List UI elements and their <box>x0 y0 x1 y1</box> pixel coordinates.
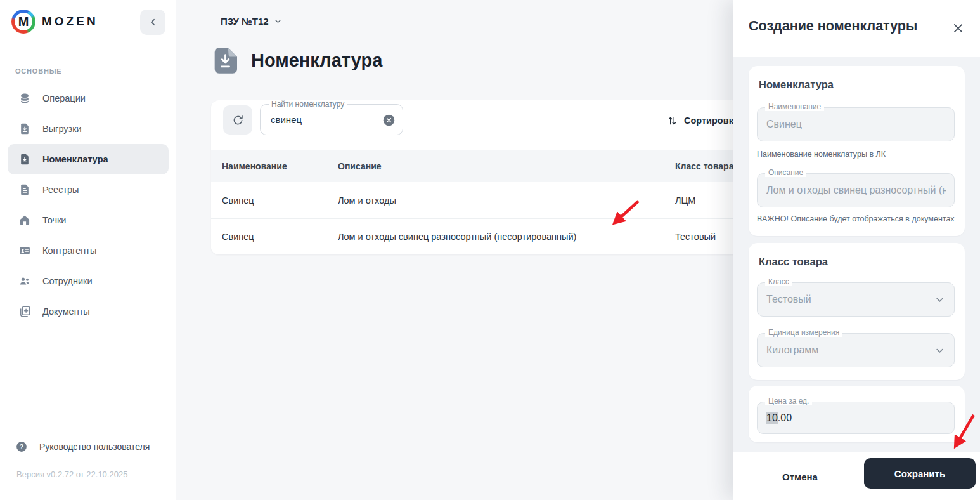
section-title: Номенклатура <box>759 79 834 91</box>
user-guide-label: Руководство пользователя <box>39 442 150 452</box>
create-nomenclature-drawer: Создание номенклатуры Номенклатура Наиме… <box>733 0 980 500</box>
sort-label: Сортировка <box>684 115 738 126</box>
column-header-name: Наименование <box>222 161 338 171</box>
user-guide-link[interactable]: ? Руководство пользователя <box>15 440 150 453</box>
mozen-logo-icon: M <box>11 10 35 34</box>
sidebar-nav: Операции Выгрузки Номенклатура Реестры Т… <box>0 83 176 327</box>
cancel-button[interactable]: Отмена <box>762 461 838 492</box>
app-window: M MOZEN ОСНОВНЫЕ Операции Выгрузки Номен… <box>0 0 980 500</box>
document-add-icon <box>18 305 31 318</box>
sidebar-item-label: Документы <box>42 306 90 317</box>
price-card: Цена за ед. 10.00 <box>749 386 965 442</box>
sidebar-item-nomenclature[interactable]: Номенклатура <box>8 144 169 174</box>
drawer-header: Создание номенклатуры <box>733 0 980 57</box>
unit-select-value: Килограмм <box>766 334 818 367</box>
name-field[interactable]: Наименование Свинец <box>757 107 955 141</box>
sidebar-item-label: Контрагенты <box>42 246 96 256</box>
close-drawer-button[interactable] <box>950 20 966 36</box>
cell-description: Лом и отходы свинец разносортный (несорт… <box>338 232 675 242</box>
people-icon <box>18 275 31 287</box>
drawer-footer: Отмена Сохранить <box>733 452 980 500</box>
id-card-icon <box>18 244 31 257</box>
sidebar-item-exports[interactable]: Выгрузки <box>8 114 169 144</box>
chevron-down-icon <box>934 294 946 306</box>
nomenclature-page-icon <box>214 48 237 74</box>
file-download-icon <box>18 122 31 135</box>
column-header-description: Описание <box>338 161 675 171</box>
selected-text: 10 <box>766 412 778 424</box>
unit-select[interactable]: Единица измерения Килограмм <box>757 333 955 367</box>
page-header: Номенклатура <box>214 48 382 74</box>
class-select[interactable]: Класс Тестовый <box>757 282 955 317</box>
page-title: Номенклатура <box>251 50 382 71</box>
home-icon <box>18 214 31 227</box>
description-field-value: Лом и отходы свинец разносортный (несорт… <box>766 174 946 207</box>
file-download-icon <box>18 153 31 166</box>
chevron-down-icon <box>273 16 283 26</box>
sidebar-item-label: Точки <box>42 215 66 225</box>
chevron-down-icon <box>934 345 946 357</box>
sidebar-item-label: Реестры <box>42 185 79 195</box>
name-helper-text: Наименование номенклатуры в ЛК <box>757 150 886 159</box>
clear-circle-icon <box>382 114 396 127</box>
sort-button[interactable]: Сортировка <box>666 100 738 141</box>
sidebar-item-operations[interactable]: Операции <box>8 83 169 114</box>
sidebar-item-documents[interactable]: Документы <box>8 296 169 327</box>
sidebar-item-employees[interactable]: Сотрудники <box>8 266 169 296</box>
name-field-value: Свинец <box>766 108 802 141</box>
sidebar-item-label: Номенклатура <box>42 154 108 164</box>
drawer-title: Создание номенклатуры <box>749 18 917 34</box>
question-icon: ? <box>15 440 28 453</box>
file-lines-icon <box>18 183 31 196</box>
cell-description: Лом и отходы <box>338 195 675 206</box>
price-field[interactable]: Цена за ед. 10.00 <box>757 402 955 434</box>
product-class-card: Класс товара Класс Тестовый Единица изме… <box>749 243 965 380</box>
location-selector[interactable]: ПЗУ №Т12 <box>221 16 283 27</box>
cell-name: Свинец <box>222 195 338 206</box>
price-field-value: 10.00 <box>766 402 792 433</box>
svg-text:?: ? <box>20 444 23 451</box>
search-field[interactable]: Найти номенклатуру <box>260 104 403 135</box>
sidebar-header: M MOZEN <box>0 0 176 44</box>
sidebar: M MOZEN ОСНОВНЫЕ Операции Выгрузки Номен… <box>0 0 176 500</box>
refresh-icon <box>231 114 245 127</box>
version-text: Версия v0.2.72 от 22.10.2025 <box>16 470 127 479</box>
search-input[interactable] <box>271 105 372 135</box>
description-helper-text: ВАЖНО! Описание будет отображаться в док… <box>757 214 955 223</box>
sidebar-item-label: Сотрудники <box>42 276 93 286</box>
brand-name: MOZEN <box>42 15 98 29</box>
sidebar-item-registries[interactable]: Реестры <box>8 174 169 205</box>
chevron-left-icon <box>146 16 159 29</box>
clear-search-button[interactable] <box>382 114 396 127</box>
cell-name: Свинец <box>222 232 338 242</box>
class-select-value: Тестовый <box>766 283 811 316</box>
sidebar-item-counterparties[interactable]: Контрагенты <box>8 235 169 266</box>
sidebar-item-points[interactable]: Точки <box>8 205 169 235</box>
nomenclature-card: Номенклатура Наименование Свинец Наимено… <box>749 66 965 236</box>
sort-arrows-icon <box>666 115 678 127</box>
save-button[interactable]: Сохранить <box>864 458 976 489</box>
section-title: Класс товара <box>759 256 828 268</box>
description-field[interactable]: Описание Лом и отходы свинец разносортны… <box>757 173 955 207</box>
database-icon <box>18 92 31 105</box>
refresh-button[interactable] <box>223 105 252 135</box>
sidebar-collapse-button[interactable] <box>140 10 165 35</box>
sidebar-item-label: Операции <box>42 93 86 103</box>
close-icon <box>951 22 965 35</box>
sidebar-section-label: ОСНОВНЫЕ <box>15 67 61 75</box>
location-label: ПЗУ №Т12 <box>221 16 269 27</box>
sidebar-item-label: Выгрузки <box>42 124 82 134</box>
